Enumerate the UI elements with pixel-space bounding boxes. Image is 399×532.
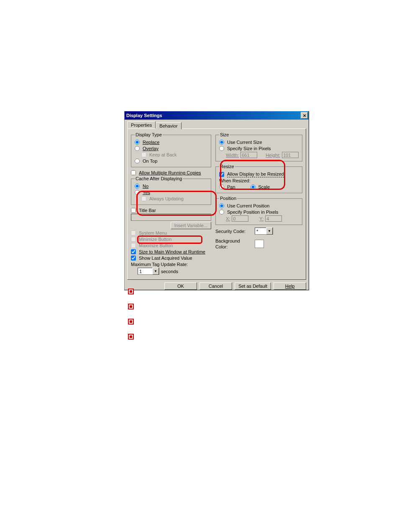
check-size-to-main[interactable] (131, 249, 136, 254)
dropdown-arrow-icon: ▼ (266, 228, 273, 235)
close-icon: ✕ (303, 113, 306, 118)
display-settings-dialog: Display Settings ✕ Properties Behavior D… (124, 111, 309, 290)
check-system-menu (131, 230, 136, 235)
size-group: Size Use Current Size Specify Size in Pi… (215, 132, 302, 161)
tab-behavior[interactable]: Behavior (156, 122, 181, 129)
check-show-last-acquired-label: Show Last Acquired Value (139, 255, 192, 261)
check-size-to-main-label: Size to Main Window at Runtime (139, 249, 205, 255)
insert-variable-button: Insert Variable... (171, 222, 211, 229)
tag-update-rate-select[interactable]: 1 ▼ (138, 268, 159, 275)
size-legend: Size (219, 132, 230, 137)
radio-use-current-size-label: Use Current Size (227, 139, 262, 145)
radio-on-top[interactable] (135, 159, 140, 164)
bullet-icon (128, 304, 134, 309)
radio-overlay-label: Overlay (143, 146, 159, 151)
radio-specify-size-label: Specify Size in Pixels (227, 146, 271, 151)
check-title-bar-label: Title Bar (139, 207, 156, 213)
x-label: X: (226, 216, 230, 222)
help-button[interactable]: Help (274, 282, 306, 290)
tab-properties[interactable]: Properties (127, 121, 156, 128)
radio-specify-position[interactable] (219, 210, 224, 215)
set-default-label: Set as Default (238, 284, 267, 289)
position-legend: Position (219, 196, 237, 201)
check-allow-multiple[interactable] (131, 170, 136, 175)
check-system-menu-label: System Menu (139, 230, 167, 236)
security-code-label: Security Code: (215, 228, 253, 234)
red-bullets (128, 289, 134, 349)
bullet-icon (128, 289, 134, 294)
right-column: Size Use Current Size Specify Size in Pi… (215, 132, 302, 275)
check-keep-at-back-label: Keep at Back (149, 152, 176, 158)
radio-replace[interactable] (135, 140, 140, 145)
background-color-swatch[interactable] (255, 240, 264, 248)
display-type-legend: Display Type (135, 132, 163, 137)
background-color-label: Background Color: (215, 238, 253, 250)
tab-behavior-label: Behavior (159, 123, 177, 128)
properties-panel: Display Type Replace Overlay Keep at Bac… (127, 128, 306, 280)
bullet-icon (128, 334, 134, 340)
insert-variable-label: Insert Variable... (174, 223, 207, 228)
check-maximize-label: Maximize Button (139, 243, 173, 248)
help-label: Help (285, 284, 295, 289)
radio-pan[interactable] (219, 184, 224, 189)
width-input (240, 152, 257, 158)
check-title-bar[interactable] (131, 208, 136, 213)
radio-scale-label: Scale (258, 184, 270, 190)
check-allow-resize[interactable] (219, 172, 224, 177)
ok-button[interactable]: OK (164, 282, 197, 290)
radio-cache-yes-label: Yes (143, 189, 150, 195)
check-minimize-label: Minimize Button (139, 236, 171, 242)
check-always-updating-label: Always Updating (149, 196, 184, 202)
tag-update-rate-value: 1 (139, 269, 142, 274)
resize-group: Resize Allow Display to be Resized When … (215, 164, 302, 193)
cancel-button[interactable]: Cancel (200, 282, 232, 290)
radio-specify-position-label: Specify Position in Pixels (227, 209, 278, 215)
dialog-titlebar: Display Settings ✕ (125, 111, 309, 120)
security-code-value: * (256, 228, 258, 234)
radio-overlay[interactable] (135, 146, 140, 151)
radio-scale[interactable] (251, 184, 256, 189)
height-label: Height: (266, 152, 280, 158)
title-bar-input (131, 214, 211, 221)
resize-legend: Resize (219, 164, 235, 169)
display-type-group: Display Type Replace Overlay Keep at Bac… (131, 132, 211, 167)
x-input (232, 215, 248, 222)
radio-specify-size[interactable] (219, 146, 224, 151)
radio-cache-yes[interactable] (135, 190, 140, 195)
radio-cache-no[interactable] (135, 184, 140, 189)
check-show-last-acquired[interactable] (131, 256, 136, 261)
width-label: Width: (226, 152, 239, 158)
cancel-label: Cancel (209, 284, 223, 289)
check-minimize (131, 237, 136, 242)
dropdown-arrow-icon: ▼ (152, 268, 159, 275)
bullet-icon (128, 319, 134, 325)
check-maximize (131, 243, 136, 248)
when-resized-label: When Resized: (219, 178, 299, 184)
check-allow-resize-label: Allow Display to be Resized (227, 171, 284, 177)
radio-replace-label: Replace (143, 139, 159, 145)
radio-use-current-position[interactable] (219, 203, 224, 208)
button-bar: OK Cancel Set as Default Help (127, 282, 306, 290)
y-label: Y: (259, 216, 263, 222)
check-allow-multiple-label: Allow Multiple Running Copies (139, 170, 201, 176)
radio-use-current-size[interactable] (219, 140, 224, 145)
position-group: Position Use Current Position Specify Po… (215, 196, 302, 225)
tabstrip: Properties Behavior (127, 121, 306, 128)
left-column: Display Type Replace Overlay Keep at Bac… (131, 132, 211, 275)
radio-cache-no-label: No (143, 183, 148, 189)
titlebar-section: Title Bar Insert Variable... (131, 207, 211, 229)
radio-pan-label: Pan (227, 184, 235, 190)
ok-label: OK (177, 284, 184, 289)
set-default-button[interactable]: Set as Default (235, 282, 271, 290)
radio-use-current-position-label: Use Current Position (227, 203, 270, 209)
close-button[interactable]: ✕ (301, 112, 308, 119)
check-keep-at-back (141, 152, 146, 157)
height-input (282, 152, 299, 158)
security-code-select[interactable]: * ▼ (255, 228, 273, 235)
radio-on-top-label: On Top (143, 158, 157, 164)
tag-update-rate-unit: seconds (161, 269, 178, 274)
tab-properties-label: Properties (131, 123, 152, 128)
check-always-updating (141, 196, 146, 201)
cache-group: Cache After Displaying No Yes Always Upd… (131, 176, 211, 205)
y-input (265, 215, 282, 222)
